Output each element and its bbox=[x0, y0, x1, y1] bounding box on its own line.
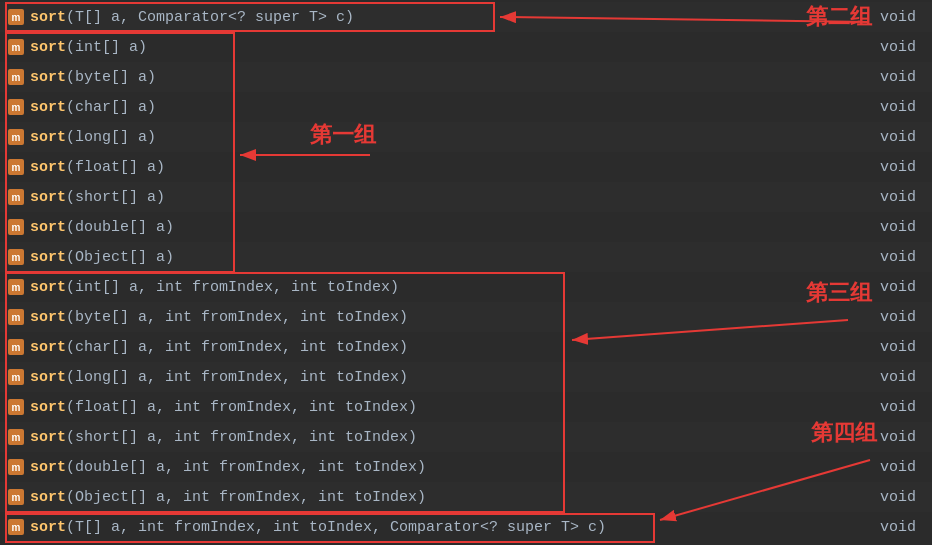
method-icon-16: m bbox=[8, 489, 24, 505]
return-type-5: void bbox=[880, 159, 924, 176]
code-text-4: sort(long[] a) bbox=[30, 129, 880, 146]
method-params-10: (byte[] a, int fromIndex, int toIndex) bbox=[66, 309, 408, 326]
code-row-12[interactable]: msort(long[] a, int fromIndex, int toInd… bbox=[0, 362, 932, 392]
method-params-6: (short[] a) bbox=[66, 189, 165, 206]
method-name-0: sort bbox=[30, 9, 66, 26]
code-row-10[interactable]: msort(byte[] a, int fromIndex, int toInd… bbox=[0, 302, 932, 332]
code-text-3: sort(char[] a) bbox=[30, 99, 880, 116]
method-name-13: sort bbox=[30, 399, 66, 416]
method-params-8: (Object[] a) bbox=[66, 249, 174, 266]
return-type-2: void bbox=[880, 69, 924, 86]
return-type-7: void bbox=[880, 219, 924, 236]
method-name-3: sort bbox=[30, 99, 66, 116]
code-row-4[interactable]: msort(long[] a)void bbox=[0, 122, 932, 152]
method-name-4: sort bbox=[30, 129, 66, 146]
method-params-0: (T[] a, Comparator<? super T> c) bbox=[66, 9, 354, 26]
code-row-8[interactable]: msort(Object[] a)void bbox=[0, 242, 932, 272]
group2-label: 第二组 bbox=[806, 2, 872, 32]
group4-label: 第四组 bbox=[811, 418, 877, 448]
code-text-14: sort(short[] a, int fromIndex, int toInd… bbox=[30, 429, 880, 446]
return-type-4: void bbox=[880, 129, 924, 146]
method-name-7: sort bbox=[30, 219, 66, 236]
code-list: msort(T[] a, Comparator<? super T> c)voi… bbox=[0, 0, 932, 544]
method-params-14: (short[] a, int fromIndex, int toIndex) bbox=[66, 429, 417, 446]
return-type-17: void bbox=[880, 519, 924, 536]
method-icon-12: m bbox=[8, 369, 24, 385]
method-icon-17: m bbox=[8, 519, 24, 535]
code-row-11[interactable]: msort(char[] a, int fromIndex, int toInd… bbox=[0, 332, 932, 362]
method-name-10: sort bbox=[30, 309, 66, 326]
method-params-7: (double[] a) bbox=[66, 219, 174, 236]
code-row-5[interactable]: msort(float[] a)void bbox=[0, 152, 932, 182]
code-row-7[interactable]: msort(double[] a)void bbox=[0, 212, 932, 242]
method-icon-1: m bbox=[8, 39, 24, 55]
method-params-12: (long[] a, int fromIndex, int toIndex) bbox=[66, 369, 408, 386]
return-type-1: void bbox=[880, 39, 924, 56]
method-icon-8: m bbox=[8, 249, 24, 265]
method-icon-14: m bbox=[8, 429, 24, 445]
code-text-2: sort(byte[] a) bbox=[30, 69, 880, 86]
code-text-15: sort(double[] a, int fromIndex, int toIn… bbox=[30, 459, 880, 476]
code-row-9[interactable]: msort(int[] a, int fromIndex, int toInde… bbox=[0, 272, 932, 302]
code-row-2[interactable]: msort(byte[] a)void bbox=[0, 62, 932, 92]
code-text-9: sort(int[] a, int fromIndex, int toIndex… bbox=[30, 279, 880, 296]
method-params-5: (float[] a) bbox=[66, 159, 165, 176]
return-type-9: void bbox=[880, 279, 924, 296]
method-params-13: (float[] a, int fromIndex, int toIndex) bbox=[66, 399, 417, 416]
return-type-6: void bbox=[880, 189, 924, 206]
method-name-8: sort bbox=[30, 249, 66, 266]
return-type-13: void bbox=[880, 399, 924, 416]
method-params-9: (int[] a, int fromIndex, int toIndex) bbox=[66, 279, 399, 296]
method-params-4: (long[] a) bbox=[66, 129, 156, 146]
method-icon-6: m bbox=[8, 189, 24, 205]
return-type-12: void bbox=[880, 369, 924, 386]
code-text-7: sort(double[] a) bbox=[30, 219, 880, 236]
method-name-12: sort bbox=[30, 369, 66, 386]
method-params-3: (char[] a) bbox=[66, 99, 156, 116]
method-name-9: sort bbox=[30, 279, 66, 296]
code-row-16[interactable]: msort(Object[] a, int fromIndex, int toI… bbox=[0, 482, 932, 512]
code-row-17[interactable]: msort(T[] a, int fromIndex, int toIndex,… bbox=[0, 512, 932, 542]
method-icon-5: m bbox=[8, 159, 24, 175]
method-name-14: sort bbox=[30, 429, 66, 446]
group1-label: 第一组 bbox=[310, 120, 376, 150]
code-row-3[interactable]: msort(char[] a)void bbox=[0, 92, 932, 122]
group3-label: 第三组 bbox=[806, 278, 872, 308]
code-row-6[interactable]: msort(short[] a)void bbox=[0, 182, 932, 212]
code-text-10: sort(byte[] a, int fromIndex, int toInde… bbox=[30, 309, 880, 326]
code-row-13[interactable]: msort(float[] a, int fromIndex, int toIn… bbox=[0, 392, 932, 422]
code-row-15[interactable]: msort(double[] a, int fromIndex, int toI… bbox=[0, 452, 932, 482]
code-text-5: sort(float[] a) bbox=[30, 159, 880, 176]
code-text-11: sort(char[] a, int fromIndex, int toInde… bbox=[30, 339, 880, 356]
code-text-17: sort(T[] a, int fromIndex, int toIndex, … bbox=[30, 519, 880, 536]
return-type-8: void bbox=[880, 249, 924, 266]
method-icon-2: m bbox=[8, 69, 24, 85]
return-type-16: void bbox=[880, 489, 924, 506]
code-row-0[interactable]: msort(T[] a, Comparator<? super T> c)voi… bbox=[0, 2, 932, 32]
method-name-15: sort bbox=[30, 459, 66, 476]
method-params-11: (char[] a, int fromIndex, int toIndex) bbox=[66, 339, 408, 356]
return-type-0: void bbox=[880, 9, 924, 26]
method-name-1: sort bbox=[30, 39, 66, 56]
method-icon-9: m bbox=[8, 279, 24, 295]
code-text-13: sort(float[] a, int fromIndex, int toInd… bbox=[30, 399, 880, 416]
method-icon-3: m bbox=[8, 99, 24, 115]
method-icon-11: m bbox=[8, 339, 24, 355]
code-text-1: sort(int[] a) bbox=[30, 39, 880, 56]
code-text-6: sort(short[] a) bbox=[30, 189, 880, 206]
return-type-14: void bbox=[880, 429, 924, 446]
method-icon-15: m bbox=[8, 459, 24, 475]
method-params-1: (int[] a) bbox=[66, 39, 147, 56]
method-params-17: (T[] a, int fromIndex, int toIndex, Comp… bbox=[66, 519, 606, 536]
code-row-14[interactable]: msort(short[] a, int fromIndex, int toIn… bbox=[0, 422, 932, 452]
method-icon-4: m bbox=[8, 129, 24, 145]
return-type-15: void bbox=[880, 459, 924, 476]
code-text-12: sort(long[] a, int fromIndex, int toInde… bbox=[30, 369, 880, 386]
code-row-1[interactable]: msort(int[] a)void bbox=[0, 32, 932, 62]
code-text-8: sort(Object[] a) bbox=[30, 249, 880, 266]
method-icon-0: m bbox=[8, 9, 24, 25]
method-params-16: (Object[] a, int fromIndex, int toIndex) bbox=[66, 489, 426, 506]
return-type-10: void bbox=[880, 309, 924, 326]
code-text-0: sort(T[] a, Comparator<? super T> c) bbox=[30, 9, 880, 26]
method-icon-10: m bbox=[8, 309, 24, 325]
